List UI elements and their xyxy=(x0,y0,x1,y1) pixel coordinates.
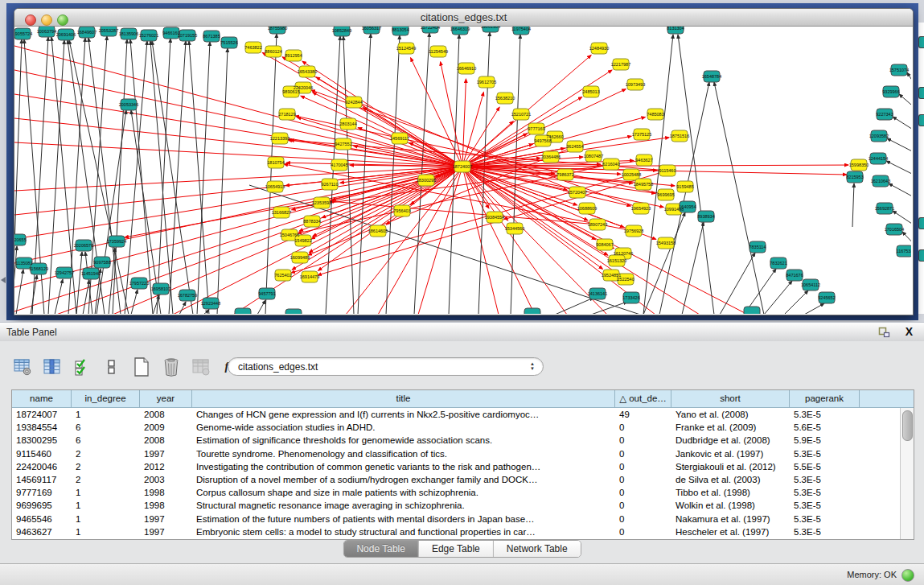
show-column-icon[interactable] xyxy=(41,356,64,378)
network-table-select[interactable]: citations_edges.txt ▲▼ xyxy=(228,357,544,376)
import-table-icon-disabled[interactable] xyxy=(190,356,212,378)
column-header-in_degree[interactable]: in_degree xyxy=(72,390,140,407)
graph-edge xyxy=(217,48,228,314)
graph-edge xyxy=(462,79,466,167)
table-cell: Yano et al. (2008) xyxy=(671,408,790,421)
table-settings-icon[interactable] xyxy=(11,356,34,378)
graph-node-label: 17016504 xyxy=(885,227,904,232)
tab-node-table[interactable]: Node Table xyxy=(343,541,418,557)
table-row[interactable]: 969969511998Structural magnetic resonanc… xyxy=(12,499,901,512)
graph-edge xyxy=(889,183,911,199)
network-table-select-value: citations_edges.txt xyxy=(238,361,318,373)
delete-icon[interactable] xyxy=(160,356,183,378)
float-window-icon[interactable] xyxy=(878,327,890,341)
graph-edge xyxy=(902,232,911,247)
graph-edge xyxy=(290,140,462,167)
table-cell: 5.3E-5 xyxy=(790,486,860,499)
tab-edge-table[interactable]: Edge Table xyxy=(418,541,493,557)
memory-status-icon[interactable] xyxy=(901,569,914,582)
graph-node-label: 10654913 xyxy=(265,184,285,189)
table-row[interactable]: 1938455462009Genome-wide association stu… xyxy=(12,421,901,434)
table-row[interactable]: 946554611997Estimation of the future num… xyxy=(12,513,901,525)
table-scrollbar[interactable] xyxy=(900,408,914,539)
graph-node-label: 8671385 xyxy=(203,34,220,39)
graph-node-label: 16548784 xyxy=(702,74,721,79)
graph-node-label: 2522540 xyxy=(617,277,634,282)
table-cell: Wolkin et al. (1998) xyxy=(671,499,790,512)
column-header-title[interactable]: title xyxy=(192,390,615,407)
graph-edge xyxy=(257,300,265,314)
table-row[interactable]: 1830029562008Estimation of significance … xyxy=(12,434,901,447)
table-cell: 22420046 xyxy=(12,460,72,473)
column-header-out_de[interactable]: △ out_de… xyxy=(615,390,671,407)
graph-node-label: 7835114 xyxy=(749,245,766,249)
table-row[interactable]: 946362711997Embryonic stem cells: a mode… xyxy=(12,525,901,538)
graph-node-label: 10719155 xyxy=(178,33,197,38)
graph-node-label: 10654112 xyxy=(801,282,820,287)
graph-node-label: 2803144 xyxy=(339,122,356,126)
graph-node-label: 16646910 xyxy=(457,66,476,71)
graph-node-label: 8215953 xyxy=(846,175,863,179)
table-cell: Disruption of a novel member of a sodium… xyxy=(192,473,615,486)
network-window: citations_edges.txt 97771697462660949756… xyxy=(14,8,914,315)
graph-edge xyxy=(14,167,462,287)
graph-edge xyxy=(418,167,462,314)
graph-edge xyxy=(179,302,186,314)
tab-network-table[interactable]: Network Table xyxy=(493,541,581,557)
graph-node-label: 19384554 xyxy=(485,215,504,220)
graph-node-label: 15998350 xyxy=(849,163,869,167)
graph-edge xyxy=(203,310,209,314)
table-row[interactable]: 911546021997Tourette syndrome. Phenomeno… xyxy=(12,447,901,460)
column-header-name[interactable]: name xyxy=(12,390,72,407)
graph-node-label: 1135081 xyxy=(15,261,32,266)
splitter-collapse-arrow-icon[interactable] xyxy=(1,277,6,283)
graph-node-label: 19055724 xyxy=(14,31,32,36)
column-header-short[interactable]: short xyxy=(671,390,790,407)
graph-node-label: 12484930 xyxy=(589,46,609,51)
row-height-icon[interactable] xyxy=(101,356,123,378)
table-cell: 1998 xyxy=(140,499,192,512)
table-cell: 1 xyxy=(72,408,140,421)
graph-node-label: 19654923 xyxy=(631,206,651,211)
graph-node-label: 9463627 xyxy=(635,158,652,163)
graph-edge xyxy=(14,246,17,314)
table-row[interactable]: 1872400712008Changes of HCN gene express… xyxy=(12,408,901,421)
table-row[interactable]: 1456911722003Disruption of a novel membe… xyxy=(12,473,901,486)
table-cell: Dudbridge et al. (2008) xyxy=(671,434,790,447)
network-window-titlebar[interactable]: citations_edges.txt xyxy=(14,9,913,27)
graph-node-label: 7463822 xyxy=(244,45,261,50)
select-columns-icon[interactable] xyxy=(71,356,93,378)
table-cell: 1 xyxy=(72,513,140,525)
background-window-sliver xyxy=(918,23,924,314)
table-cell: 1 xyxy=(72,525,140,538)
graph-node[interactable] xyxy=(235,308,251,314)
graph-node-label: 12923448 xyxy=(201,301,220,306)
graph-node-label: 12353593 xyxy=(312,200,331,205)
column-header-pagerank[interactable]: pagerank xyxy=(790,390,860,407)
close-panel-icon[interactable]: X xyxy=(906,325,913,338)
graph-edge xyxy=(157,39,170,314)
status-bar: Memory: OK xyxy=(0,563,924,585)
table-cell: 1997 xyxy=(140,525,192,538)
graph-node-label: 9427552 xyxy=(335,142,351,146)
scrollbar-thumb[interactable] xyxy=(902,410,913,441)
graph-edge xyxy=(14,167,462,239)
table-cell: 5.6E-5 xyxy=(790,421,860,434)
column-header-year[interactable]: year xyxy=(140,390,192,407)
network-canvas[interactable]: 9777169746266094975683624554203644861080… xyxy=(14,27,911,314)
graph-edge xyxy=(643,212,685,314)
graph-node-label: 2520655 xyxy=(14,237,27,242)
table-cell: Investigating the contribution of common… xyxy=(192,460,615,473)
table-row[interactable]: 2242004622012Investigating the contribut… xyxy=(12,460,901,473)
graph-node-label: 9097588 xyxy=(93,260,110,265)
graph-node[interactable] xyxy=(524,308,540,314)
graph-node[interactable] xyxy=(744,307,760,314)
graph-node-label: 8878334 xyxy=(303,219,320,224)
graph-node-label: 8912954 xyxy=(285,53,302,58)
table-cell: 9699695 xyxy=(12,499,72,512)
new-column-icon[interactable] xyxy=(130,356,153,378)
table-row[interactable]: 977716911998Corpus callosum shape and si… xyxy=(12,486,901,499)
graph-node[interactable] xyxy=(285,309,302,314)
graph-node-label: 7515526 xyxy=(220,40,237,45)
graph-node-label: 9084067 xyxy=(596,242,613,247)
